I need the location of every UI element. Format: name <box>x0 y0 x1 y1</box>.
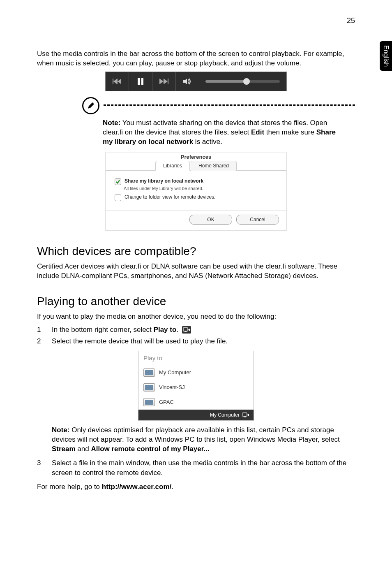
pause-button[interactable] <box>129 72 152 91</box>
svg-rect-12 <box>184 331 187 332</box>
play-to-item-my-computer[interactable]: My Computer <box>138 365 254 380</box>
checkmark-icon <box>115 179 120 184</box>
svg-rect-13 <box>242 413 247 416</box>
volume-icon <box>183 78 191 85</box>
svg-marker-2 <box>118 79 121 84</box>
step-number: 1 <box>37 325 44 335</box>
volume-track <box>205 80 280 83</box>
volume-icon-button[interactable] <box>176 72 199 91</box>
preferences-title: Preferences <box>106 152 286 161</box>
step-2: 2 Select the remote device that will be … <box>37 336 355 347</box>
svg-rect-8 <box>168 79 168 84</box>
share-library-sublabel: All files under My Library will be share… <box>124 186 277 191</box>
play-to-item-label: Vincent-SJ <box>159 384 185 390</box>
note-play-to: Note: Only devices optimised for playbac… <box>52 426 351 454</box>
language-tab: English <box>380 41 392 71</box>
play-to-item-label: My Computer <box>159 369 191 375</box>
play-to-header: Play to <box>138 351 254 365</box>
play-to-panel: Play to My Computer Vincent-SJ GPAC My C… <box>138 351 254 421</box>
step-1: 1 In the bottom right corner, select Pla… <box>37 325 355 335</box>
step-3: 3 Select a file in the main window, then… <box>37 458 355 478</box>
folder-view-label: Change to folder view for remote devices… <box>125 194 215 200</box>
step-number: 3 <box>37 458 44 478</box>
skip-back-icon <box>113 79 122 84</box>
heading-playing: Playing to another device <box>37 295 355 308</box>
media-control-bar <box>105 72 287 91</box>
play-to-footer-label: My Computer <box>210 412 240 418</box>
note-icon <box>82 97 99 114</box>
play-to-footer[interactable]: My Computer <box>138 410 254 420</box>
play-to-item-gpac[interactable]: GPAC <box>138 395 254 410</box>
dashed-divider <box>104 104 355 106</box>
device-icon <box>143 383 155 392</box>
intro-paragraph: Use the media controls in the bar across… <box>37 49 355 68</box>
note-text: Note: You must activate sharing on the d… <box>103 118 339 147</box>
note-label: Note: <box>103 119 120 127</box>
heading-compatible: Which devices are compatible? <box>37 245 355 258</box>
volume-fill <box>205 80 247 83</box>
preferences-tabs: Libraries Home Shared <box>106 161 286 171</box>
pause-icon <box>138 78 143 85</box>
preferences-dialog: Preferences Libraries Home Shared Share … <box>105 152 287 231</box>
tab-home-shared[interactable]: Home Shared <box>191 161 237 171</box>
folder-view-row: Change to folder view for remote devices… <box>115 194 277 201</box>
volume-thumb[interactable] <box>243 78 250 85</box>
more-help: For more help, go to http://www.acer.com… <box>37 482 355 492</box>
step-number: 2 <box>37 336 44 347</box>
svg-rect-5 <box>141 78 143 85</box>
svg-marker-3 <box>113 79 118 84</box>
svg-rect-15 <box>244 417 246 417</box>
previous-button[interactable] <box>106 72 129 91</box>
share-library-checkbox[interactable] <box>115 178 121 185</box>
svg-marker-7 <box>164 79 168 84</box>
svg-rect-0 <box>113 79 113 84</box>
svg-marker-14 <box>247 414 249 416</box>
play-to-item-label: GPAC <box>159 399 174 405</box>
volume-slider[interactable] <box>199 80 286 83</box>
svg-marker-11 <box>188 329 190 331</box>
page-number: 25 <box>347 16 355 25</box>
svg-rect-10 <box>183 328 188 331</box>
compatible-paragraph: Certified Acer devices with clear.fi or … <box>37 262 355 281</box>
device-icon <box>143 398 155 406</box>
play-to-footer-icon <box>242 412 249 418</box>
play-to-item-vincent-sj[interactable]: Vincent-SJ <box>138 380 254 395</box>
share-library-label: Share my library on local network <box>125 178 203 184</box>
skip-forward-icon <box>159 79 168 84</box>
next-button[interactable] <box>152 72 176 91</box>
play-to-icon <box>182 326 191 334</box>
ok-button[interactable]: OK <box>189 215 232 225</box>
playing-intro: If you want to play the media on another… <box>37 312 355 322</box>
svg-marker-6 <box>159 79 164 84</box>
cancel-button[interactable]: Cancel <box>236 215 279 225</box>
tab-libraries[interactable]: Libraries <box>155 161 190 171</box>
share-library-row: Share my library on local network <box>115 178 277 185</box>
pencil-icon <box>87 102 95 110</box>
svg-marker-9 <box>183 79 187 84</box>
divider <box>106 210 286 211</box>
folder-view-checkbox[interactable] <box>115 195 121 201</box>
device-icon <box>143 368 155 377</box>
svg-rect-4 <box>138 78 140 85</box>
